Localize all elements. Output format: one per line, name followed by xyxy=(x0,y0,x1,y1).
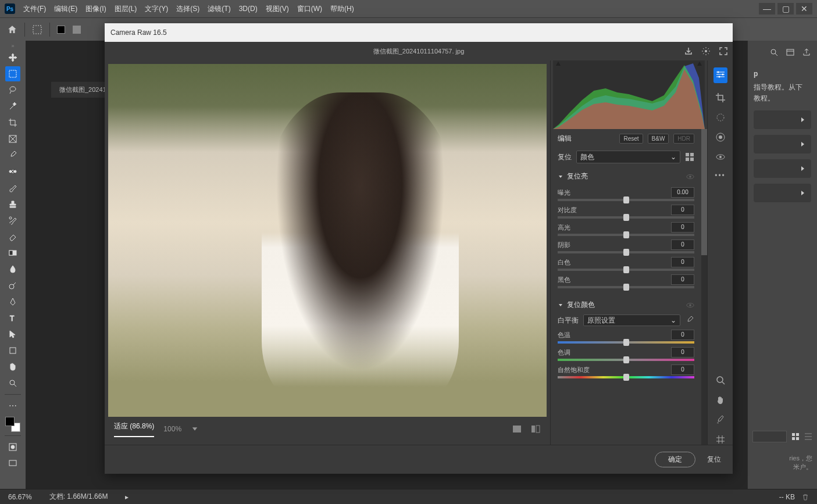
shape-mode-icon[interactable] xyxy=(72,25,81,34)
slider-value[interactable]: 0 xyxy=(671,222,694,233)
slider-thumb[interactable] xyxy=(623,339,629,346)
eyedropper-tool[interactable] xyxy=(5,148,20,163)
learn-card-3[interactable] xyxy=(754,159,811,178)
history-brush-tool[interactable] xyxy=(5,213,20,228)
reset-button[interactable]: Reset xyxy=(619,134,643,144)
hdr-button[interactable]: HDR xyxy=(673,134,694,144)
slider-thumb[interactable] xyxy=(623,356,629,363)
cr-zoom-tool-icon[interactable] xyxy=(715,375,726,385)
shape-tool[interactable] xyxy=(5,343,20,358)
slider-track[interactable] xyxy=(558,199,694,201)
quick-mask-icon[interactable] xyxy=(5,439,20,455)
move-tool[interactable] xyxy=(5,50,20,65)
search-icon[interactable] xyxy=(769,48,779,57)
menu-edit[interactable]: 编辑(E) xyxy=(54,4,77,14)
learn-card-1[interactable] xyxy=(754,110,811,129)
menu-type[interactable]: 文字(Y) xyxy=(145,4,168,14)
blur-tool[interactable] xyxy=(5,262,20,277)
home-icon[interactable] xyxy=(7,24,17,35)
eye-icon[interactable] xyxy=(686,301,694,309)
before-after-split-icon[interactable] xyxy=(530,424,541,434)
profile-browse-icon[interactable] xyxy=(685,152,694,162)
menu-filter[interactable]: 滤镜(T) xyxy=(208,4,230,14)
menu-view[interactable]: 视图(V) xyxy=(266,4,289,14)
eraser-tool[interactable] xyxy=(5,229,20,244)
wand-tool[interactable] xyxy=(5,99,20,114)
menu-layer[interactable]: 图层(L) xyxy=(115,4,137,14)
pen-tool[interactable] xyxy=(5,294,20,309)
chevron-down-icon[interactable] xyxy=(558,174,563,180)
menu-3d[interactable]: 3D(D) xyxy=(239,5,258,13)
frame-tool[interactable] xyxy=(5,131,20,146)
zoom-dropdown-icon[interactable] xyxy=(191,425,199,433)
cr-hand-tool-icon[interactable] xyxy=(715,395,726,405)
slider-value[interactable]: 0 xyxy=(671,364,694,375)
slider-track[interactable] xyxy=(558,269,694,271)
heal-tool[interactable] xyxy=(5,164,20,179)
edit-tool-icon[interactable] xyxy=(713,67,727,83)
eye-icon[interactable] xyxy=(686,173,694,181)
slider-thumb[interactable] xyxy=(623,284,629,291)
menu-file[interactable]: 文件(F) xyxy=(23,4,46,14)
foreground-background-swatch[interactable] xyxy=(5,417,20,432)
edit-toolbar-icon[interactable]: ⋯ xyxy=(5,398,20,413)
slider-thumb[interactable] xyxy=(623,231,629,238)
trash-icon[interactable] xyxy=(802,494,809,501)
redeye-tool-icon[interactable] xyxy=(715,152,726,162)
save-icon[interactable] xyxy=(684,47,693,56)
path-select-tool[interactable] xyxy=(5,327,20,342)
chevron-down-icon[interactable] xyxy=(558,302,563,308)
more-tools-icon[interactable]: ••• xyxy=(715,171,726,180)
marquee-tool[interactable] xyxy=(5,66,20,81)
lasso-tool[interactable] xyxy=(5,83,20,98)
slider-track[interactable] xyxy=(558,341,694,344)
shadow-clip-icon[interactable] xyxy=(555,61,561,67)
menu-image[interactable]: 图像(I) xyxy=(85,4,106,14)
workspace-icon[interactable] xyxy=(786,48,795,57)
slider-value[interactable]: 0 xyxy=(671,347,694,358)
heal-tool-icon[interactable] xyxy=(715,112,726,123)
settings-icon[interactable] xyxy=(701,47,711,56)
share-icon[interactable] xyxy=(802,48,811,57)
menu-window[interactable]: 窗口(W) xyxy=(297,4,322,14)
gradient-tool[interactable] xyxy=(5,245,20,260)
slider-value[interactable]: 0.00 xyxy=(671,187,694,198)
cr-sampler-icon[interactable] xyxy=(715,414,726,425)
light-title[interactable]: 复位亮 xyxy=(567,171,683,181)
slider-thumb[interactable] xyxy=(623,249,629,256)
screen-mode-icon[interactable] xyxy=(5,456,20,471)
menu-select[interactable]: 选择(S) xyxy=(176,4,199,14)
fill-swatch[interactable] xyxy=(57,26,65,34)
profile-select[interactable]: 颜色⌄ xyxy=(576,151,680,163)
maximize-button[interactable]: ▢ xyxy=(777,3,794,15)
slider-track[interactable] xyxy=(558,359,694,361)
histogram[interactable] xyxy=(553,60,705,129)
slider-track[interactable] xyxy=(558,376,694,378)
cancel-button[interactable]: 复位 xyxy=(707,455,721,464)
close-button[interactable]: ✕ xyxy=(796,3,812,15)
crop-tool-icon[interactable] xyxy=(715,92,726,103)
brush-tool[interactable] xyxy=(5,180,20,195)
edit-scrollbar[interactable] xyxy=(701,129,707,445)
dialog-title-bar[interactable]: Camera Raw 16.5 xyxy=(105,23,733,42)
grid-view-icon[interactable] xyxy=(791,432,800,441)
list-view-icon[interactable] xyxy=(804,432,812,441)
minimize-button[interactable]: — xyxy=(759,3,775,15)
highlight-clip-icon[interactable] xyxy=(697,61,702,67)
menu-help[interactable]: 帮助(H) xyxy=(330,4,354,14)
slider-track[interactable] xyxy=(558,251,694,253)
slider-thumb[interactable] xyxy=(623,266,629,273)
slider-track[interactable] xyxy=(558,234,694,236)
slider-track[interactable] xyxy=(558,216,694,219)
bw-button[interactable]: B&W xyxy=(648,134,669,144)
zoom-fit[interactable]: 适应 (86.8%) xyxy=(114,421,154,437)
slider-value[interactable]: 0 xyxy=(671,205,694,215)
slider-value[interactable]: 0 xyxy=(671,257,694,267)
slider-thumb[interactable] xyxy=(623,374,629,381)
crop-tool[interactable] xyxy=(5,115,20,130)
slider-thumb[interactable] xyxy=(623,196,629,203)
learn-card-2[interactable] xyxy=(754,135,811,153)
stamp-tool[interactable] xyxy=(5,196,20,212)
wb-eyedropper-icon[interactable] xyxy=(685,316,694,325)
dodge-tool[interactable] xyxy=(5,278,20,293)
